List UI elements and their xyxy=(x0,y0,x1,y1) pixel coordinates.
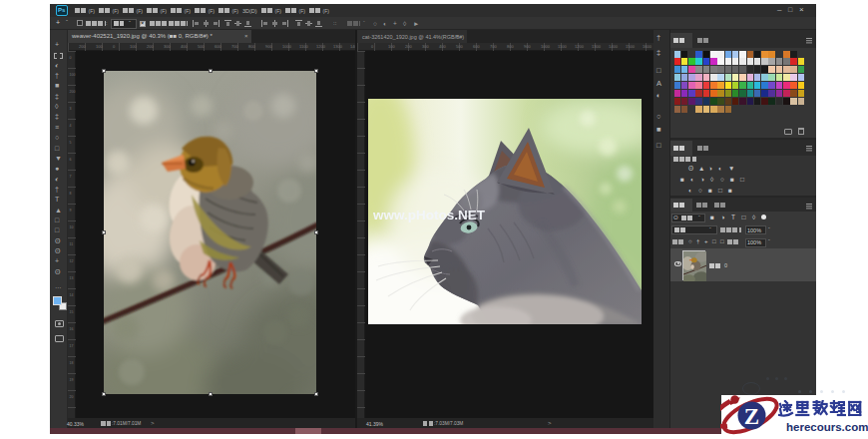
svg-text:Z: Z xyxy=(744,404,759,429)
svg-text:www.pHotos.NET: www.pHotos.NET xyxy=(372,208,486,222)
